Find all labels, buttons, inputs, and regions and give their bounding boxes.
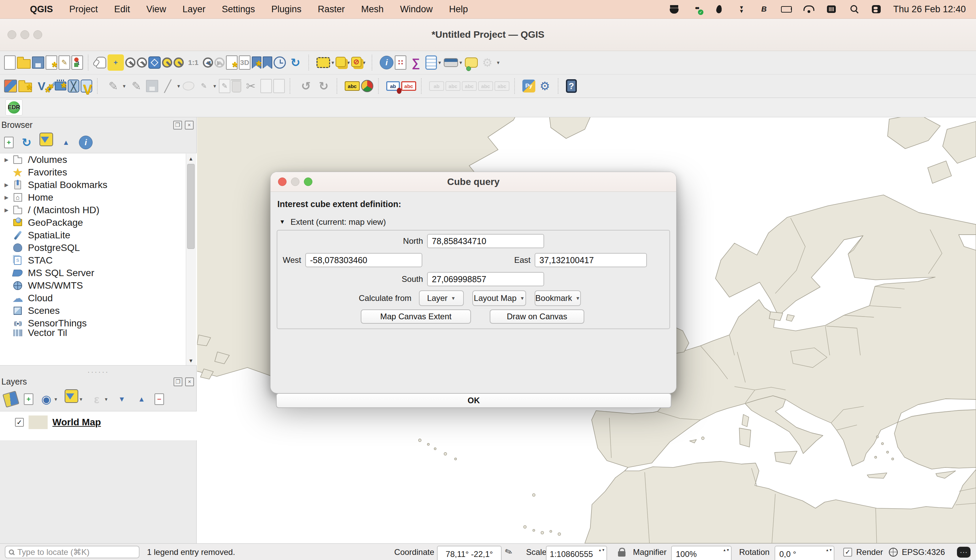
west-input[interactable]: -58,078303460 [305, 253, 422, 267]
control-center-icon[interactable] [871, 5, 882, 13]
select-features-by-value-dropdown-arrow-icon[interactable]: ▼ [346, 60, 351, 65]
new-map-view-button[interactable] [226, 55, 237, 70]
open-layer-styling-button[interactable] [4, 392, 18, 406]
locator-search-input[interactable]: Type to locate (⌘K) [5, 546, 140, 558]
collapse-all-layers-button[interactable]: ▲ [135, 392, 149, 406]
coordinate-input[interactable]: 78,11° -22,1° [437, 546, 501, 560]
calculate-from-layout-map-dropdown[interactable]: Layout Map▼ [472, 290, 526, 306]
menu-item-plugins[interactable]: Plugins [263, 4, 310, 15]
current-edits-dropdown-arrow-icon[interactable]: ▼ [122, 83, 127, 89]
browser-item--macintosh-hd-[interactable]: ▶/ (Macintosh HD) [0, 204, 197, 216]
crs-status[interactable]: EPSG:4326 [902, 544, 945, 560]
show-unplaced-labels-button[interactable]: abc [401, 81, 416, 91]
map-tips-button[interactable] [465, 57, 478, 68]
scrollbar-thumb[interactable] [187, 164, 195, 249]
add-vector-tile-layer-button[interactable] [81, 80, 92, 92]
browser-float-icon[interactable]: ❐ [173, 121, 182, 130]
new-project-button[interactable] [4, 55, 16, 70]
highlight-pinned-labels-button[interactable]: ab [386, 81, 400, 91]
edr-plugin-button[interactable]: EDR [5, 99, 22, 116]
wifi-icon[interactable] [804, 5, 814, 13]
redo-button[interactable]: ↻ [316, 78, 332, 94]
calculate-from-bookmark-dropdown[interactable]: Bookmark▼ [535, 290, 581, 306]
calculate-from-layer-dropdown[interactable]: Layer▼ [419, 290, 464, 306]
zoom-native-resolution-button[interactable]: 1:1 [185, 54, 201, 71]
collapse-all-button[interactable]: ▲ [59, 136, 73, 149]
dialog-close-button[interactable] [278, 177, 287, 186]
north-input[interactable]: 78,858434710 [427, 234, 544, 248]
menu-item-project[interactable]: Project [61, 4, 106, 15]
style-manager-button[interactable]: a [72, 55, 83, 70]
scroll-down-icon[interactable]: ▼ [187, 356, 195, 365]
render-checkbox[interactable]: ✓ [843, 544, 852, 560]
browser-item-sensorthings[interactable]: ((●))SensorThings [0, 317, 197, 330]
expand-arrow-icon[interactable]: ▶ [2, 195, 11, 201]
keyboard-icon[interactable] [826, 5, 837, 13]
delete-selected-button[interactable] [232, 80, 241, 92]
move-label-button[interactable]: abc [462, 81, 477, 91]
refresh-browser-button[interactable]: ↻ [20, 136, 33, 149]
magnifier-spinbox[interactable]: 100% [671, 546, 732, 560]
processing-options-dropdown-arrow-icon[interactable]: ▼ [495, 60, 501, 65]
browser-item--volumes[interactable]: ▶/Volumes [0, 153, 197, 166]
add-feature-button[interactable] [183, 82, 194, 90]
dialog-minimize-button[interactable] [291, 177, 299, 186]
battery-icon[interactable] [781, 5, 792, 13]
processing-options-button[interactable]: ⚙▼ [479, 54, 501, 71]
pin-unpin-labels-button[interactable]: ab [429, 81, 444, 91]
scroll-up-icon[interactable]: ▲ [187, 154, 195, 163]
save-layer-edits-button[interactable] [146, 80, 158, 92]
pan-to-selection-button[interactable]: + [107, 54, 124, 71]
change-label-properties-button[interactable]: abc [495, 81, 510, 91]
save-project-button[interactable] [32, 57, 44, 69]
zoom-next-button[interactable]: ▶ [214, 57, 225, 68]
map-canvas-extent-button[interactable]: Map Canvas Extent [361, 309, 471, 324]
draw-on-canvas-button[interactable]: Draw on Canvas [490, 309, 584, 324]
zoom-to-layer-button[interactable] [174, 57, 184, 68]
docker-icon[interactable] [669, 5, 680, 13]
menu-clock[interactable]: Thu 26 Feb 12:40 [893, 4, 966, 15]
current-edits-button[interactable]: ✎▼ [105, 78, 127, 94]
add-vector-layer-button[interactable] [18, 80, 32, 92]
options-settings-button[interactable]: ⚙ [536, 78, 553, 94]
menu-item-settings[interactable]: Settings [214, 4, 263, 15]
add-spatialite-layer-button[interactable] [51, 81, 53, 92]
menu-item-view[interactable]: View [138, 4, 174, 15]
select-features-by-value-button[interactable]: ▼ [337, 58, 351, 67]
cut-features-button[interactable]: ✂ [242, 78, 259, 94]
chevrons-icon[interactable] [736, 5, 747, 13]
zoom-last-button[interactable]: ◀ [203, 57, 213, 68]
digitize-with-segment-dropdown-arrow-icon[interactable]: ▼ [176, 83, 181, 89]
expand-arrow-icon[interactable]: ▶ [2, 207, 11, 213]
show-hide-labels-button[interactable]: abc [445, 81, 460, 91]
badge-check-icon[interactable] [691, 5, 702, 13]
browser-close-icon[interactable]: × [185, 121, 194, 130]
open-attribute-table-dropdown-arrow-icon[interactable]: ▼ [437, 60, 443, 65]
browser-item-postgresql[interactable]: PostgreSQL [0, 242, 197, 254]
add-selected-layers-button[interactable]: + [4, 137, 13, 148]
window-title-bar[interactable]: *Untitled Project — QGIS [0, 19, 976, 51]
select-features-button[interactable]: ▼ [316, 57, 336, 68]
browser-item-home[interactable]: ▶⌂Home [0, 191, 197, 204]
browser-properties-button[interactable]: i [79, 136, 93, 149]
paste-features-button[interactable] [273, 79, 285, 93]
bluetooth-icon[interactable] [759, 5, 769, 13]
dialog-zoom-button[interactable] [304, 177, 313, 186]
undo-button[interactable]: ↺ [298, 78, 314, 94]
filter-by-expression-button[interactable]: ε▼ [90, 392, 109, 406]
zoom-to-selection-button[interactable] [162, 57, 172, 68]
window-minimize-button[interactable] [20, 30, 29, 39]
copy-features-button[interactable] [260, 79, 272, 93]
layer-labeling-options-button[interactable]: abc [345, 81, 360, 91]
show-spatial-bookmarks-button[interactable] [263, 57, 272, 69]
add-raster-layer-button[interactable] [68, 80, 79, 92]
vertex-tool-dropdown-arrow-icon[interactable]: ▼ [212, 83, 217, 89]
browser-item-spatial-bookmarks[interactable]: ▶Spatial Bookmarks [0, 178, 197, 191]
menu-item-window[interactable]: Window [392, 4, 441, 15]
rotate-label-button[interactable]: abc [478, 81, 493, 91]
statistical-summary-button[interactable]: ∷ [395, 55, 406, 70]
zoom-out-button[interactable]: − [137, 57, 147, 68]
zoom-in-button[interactable]: + [125, 57, 135, 68]
modify-attributes-button[interactable]: ✎ [219, 79, 231, 93]
python-console-button[interactable]: Py [522, 80, 535, 92]
